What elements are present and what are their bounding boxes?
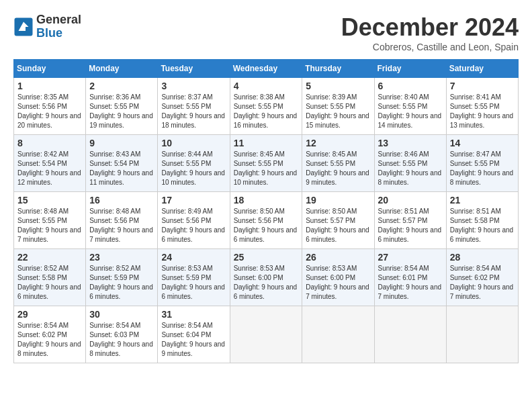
day-number: 9 <box>89 138 154 148</box>
day-info: Sunrise: 8:54 AMSunset: 6:02 PMDaylight:… <box>450 265 514 300</box>
day-number: 13 <box>378 138 443 148</box>
table-row: 29 Sunrise: 8:54 AMSunset: 6:02 PMDaylig… <box>14 306 86 363</box>
table-row: 16 Sunrise: 8:48 AMSunset: 5:56 PMDaylig… <box>86 192 158 249</box>
table-row: 19 Sunrise: 8:50 AMSunset: 5:57 PMDaylig… <box>302 192 374 249</box>
calendar-week-row: 22 Sunrise: 8:52 AMSunset: 5:58 PMDaylig… <box>14 249 519 306</box>
day-info: Sunrise: 8:41 AMSunset: 5:55 PMDaylight:… <box>450 93 514 129</box>
day-number: 19 <box>306 195 370 205</box>
table-row <box>446 306 518 363</box>
table-row: 31 Sunrise: 8:54 AMSunset: 6:04 PMDaylig… <box>158 306 230 363</box>
day-info: Sunrise: 8:52 AMSunset: 5:59 PMDaylight:… <box>89 265 153 300</box>
day-number: 31 <box>161 309 226 320</box>
table-row: 22 Sunrise: 8:52 AMSunset: 5:58 PMDaylig… <box>14 249 86 306</box>
logo-line2: Blue <box>36 27 81 40</box>
table-row: 15 Sunrise: 8:48 AMSunset: 5:55 PMDaylig… <box>14 192 86 249</box>
day-info: Sunrise: 8:54 AMSunset: 6:02 PMDaylight:… <box>17 322 81 357</box>
day-info: Sunrise: 8:37 AMSunset: 5:55 PMDaylight:… <box>161 93 225 129</box>
col-wednesday: Wednesday <box>230 60 302 78</box>
day-number: 16 <box>89 195 154 205</box>
title-section: December 2024 Cobreros, Castille and Leo… <box>341 13 519 52</box>
col-tuesday: Tuesday <box>158 60 230 78</box>
table-row: 18 Sunrise: 8:50 AMSunset: 5:56 PMDaylig… <box>230 192 302 249</box>
month-title: December 2024 <box>341 13 519 42</box>
logo-text: General Blue <box>36 13 81 40</box>
day-number: 15 <box>17 195 82 205</box>
calendar-week-row: 29 Sunrise: 8:54 AMSunset: 6:02 PMDaylig… <box>14 306 519 363</box>
day-number: 12 <box>306 138 370 148</box>
table-row: 26 Sunrise: 8:53 AMSunset: 6:00 PMDaylig… <box>302 249 374 306</box>
col-sunday: Sunday <box>14 60 86 78</box>
day-number: 25 <box>234 252 299 263</box>
table-row: 23 Sunrise: 8:52 AMSunset: 5:59 PMDaylig… <box>86 249 158 306</box>
day-info: Sunrise: 8:48 AMSunset: 5:56 PMDaylight:… <box>89 208 153 243</box>
logo-line1: General <box>36 13 81 27</box>
day-info: Sunrise: 8:42 AMSunset: 5:54 PMDaylight:… <box>17 150 81 186</box>
day-info: Sunrise: 8:54 AMSunset: 6:01 PMDaylight:… <box>378 265 442 300</box>
table-row: 17 Sunrise: 8:49 AMSunset: 5:56 PMDaylig… <box>158 192 230 249</box>
logo: General Blue <box>13 13 81 40</box>
day-number: 20 <box>378 195 443 205</box>
page-header: General Blue December 2024 Cobreros, Cas… <box>13 13 519 52</box>
day-info: Sunrise: 8:38 AMSunset: 5:55 PMDaylight:… <box>234 93 298 129</box>
day-info: Sunrise: 8:39 AMSunset: 5:55 PMDaylight:… <box>306 93 369 129</box>
day-number: 21 <box>450 195 515 205</box>
table-row: 6 Sunrise: 8:40 AMSunset: 5:55 PMDayligh… <box>374 78 446 135</box>
day-number: 23 <box>89 252 154 263</box>
day-number: 1 <box>17 81 82 91</box>
day-number: 29 <box>17 309 82 320</box>
table-row <box>374 306 446 363</box>
calendar-week-row: 8 Sunrise: 8:42 AMSunset: 5:54 PMDayligh… <box>14 135 519 192</box>
table-row: 13 Sunrise: 8:46 AMSunset: 5:55 PMDaylig… <box>374 135 446 192</box>
table-row: 12 Sunrise: 8:45 AMSunset: 5:55 PMDaylig… <box>302 135 374 192</box>
day-info: Sunrise: 8:45 AMSunset: 5:55 PMDaylight:… <box>306 150 369 186</box>
day-info: Sunrise: 8:53 AMSunset: 5:59 PMDaylight:… <box>161 265 225 300</box>
table-row: 27 Sunrise: 8:54 AMSunset: 6:01 PMDaylig… <box>374 249 446 306</box>
location-subtitle: Cobreros, Castille and Leon, Spain <box>341 42 519 52</box>
calendar-table: Sunday Monday Tuesday Wednesday Thursday… <box>13 59 519 363</box>
day-number: 30 <box>89 309 154 320</box>
table-row: 2 Sunrise: 8:36 AMSunset: 5:55 PMDayligh… <box>86 78 158 135</box>
day-info: Sunrise: 8:53 AMSunset: 6:00 PMDaylight:… <box>234 265 298 300</box>
day-info: Sunrise: 8:51 AMSunset: 5:57 PMDaylight:… <box>378 208 442 243</box>
table-row <box>230 306 302 363</box>
logo-icon <box>13 17 34 37</box>
day-number: 2 <box>89 81 154 91</box>
day-number: 11 <box>234 138 299 148</box>
calendar-week-row: 15 Sunrise: 8:48 AMSunset: 5:55 PMDaylig… <box>14 192 519 249</box>
day-number: 10 <box>161 138 226 148</box>
day-info: Sunrise: 8:46 AMSunset: 5:55 PMDaylight:… <box>378 150 442 186</box>
col-thursday: Thursday <box>302 60 374 78</box>
day-info: Sunrise: 8:50 AMSunset: 5:56 PMDaylight:… <box>234 208 298 243</box>
table-row: 9 Sunrise: 8:43 AMSunset: 5:54 PMDayligh… <box>86 135 158 192</box>
day-info: Sunrise: 8:47 AMSunset: 5:55 PMDaylight:… <box>450 150 514 186</box>
table-row: 4 Sunrise: 8:38 AMSunset: 5:55 PMDayligh… <box>230 78 302 135</box>
day-info: Sunrise: 8:50 AMSunset: 5:57 PMDaylight:… <box>306 208 369 243</box>
day-number: 18 <box>234 195 299 205</box>
day-number: 22 <box>17 252 82 263</box>
table-row <box>302 306 374 363</box>
table-row: 10 Sunrise: 8:44 AMSunset: 5:55 PMDaylig… <box>158 135 230 192</box>
day-number: 7 <box>450 81 515 91</box>
day-number: 14 <box>450 138 515 148</box>
table-row: 1 Sunrise: 8:35 AMSunset: 5:56 PMDayligh… <box>14 78 86 135</box>
day-info: Sunrise: 8:36 AMSunset: 5:55 PMDaylight:… <box>89 93 153 129</box>
table-row: 21 Sunrise: 8:51 AMSunset: 5:58 PMDaylig… <box>446 192 518 249</box>
day-number: 6 <box>378 81 443 91</box>
day-info: Sunrise: 8:44 AMSunset: 5:55 PMDaylight:… <box>161 150 225 186</box>
table-row: 28 Sunrise: 8:54 AMSunset: 6:02 PMDaylig… <box>446 249 518 306</box>
day-number: 27 <box>378 252 443 263</box>
col-friday: Friday <box>374 60 446 78</box>
day-number: 28 <box>450 252 515 263</box>
calendar-week-row: 1 Sunrise: 8:35 AMSunset: 5:56 PMDayligh… <box>14 78 519 135</box>
day-info: Sunrise: 8:43 AMSunset: 5:54 PMDaylight:… <box>89 150 153 186</box>
table-row: 3 Sunrise: 8:37 AMSunset: 5:55 PMDayligh… <box>158 78 230 135</box>
col-monday: Monday <box>86 60 158 78</box>
header-row: Sunday Monday Tuesday Wednesday Thursday… <box>14 60 519 78</box>
day-number: 3 <box>161 81 226 91</box>
table-row: 25 Sunrise: 8:53 AMSunset: 6:00 PMDaylig… <box>230 249 302 306</box>
table-row: 7 Sunrise: 8:41 AMSunset: 5:55 PMDayligh… <box>446 78 518 135</box>
table-row: 8 Sunrise: 8:42 AMSunset: 5:54 PMDayligh… <box>14 135 86 192</box>
day-info: Sunrise: 8:54 AMSunset: 6:03 PMDaylight:… <box>89 322 153 357</box>
day-number: 17 <box>161 195 226 205</box>
day-number: 5 <box>306 81 370 91</box>
